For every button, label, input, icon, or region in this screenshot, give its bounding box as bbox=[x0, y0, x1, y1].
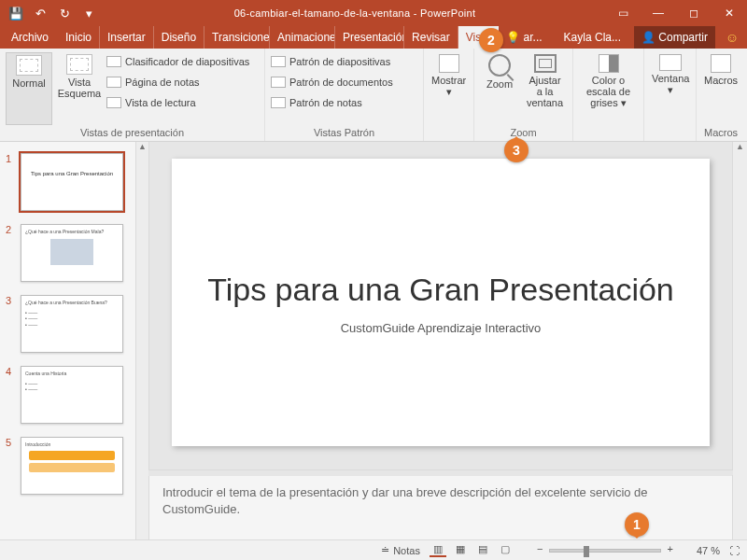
normal-view-icon[interactable]: ▥ bbox=[430, 544, 446, 557]
maximize-icon[interactable]: ◻ bbox=[676, 0, 712, 26]
callout-3: 3 bbox=[504, 138, 529, 162]
slide-master-button[interactable]: Patrón de diapositivas bbox=[271, 52, 393, 71]
tab-animations[interactable]: Animaciones bbox=[270, 26, 335, 49]
ribbon-tabs: Archivo Inicio Insertar Diseño Transicio… bbox=[0, 26, 747, 49]
window-icon bbox=[659, 54, 682, 71]
tab-design[interactable]: Diseño bbox=[154, 26, 204, 49]
slide-title: Tips para una Gran Presentación bbox=[207, 270, 674, 310]
callout-1: 1 bbox=[625, 512, 649, 537]
notes-page-icon bbox=[106, 77, 121, 88]
notes-toggle[interactable]: ≐ Notas bbox=[381, 544, 420, 556]
thumbnail-4[interactable]: Cuenta una Historia • ——• —— bbox=[21, 366, 123, 424]
tab-home[interactable]: Inicio bbox=[58, 26, 100, 49]
notes-master-button[interactable]: Patrón de notas bbox=[271, 93, 393, 112]
callout-2: 2 bbox=[479, 28, 503, 52]
tab-insert[interactable]: Insertar bbox=[100, 26, 154, 49]
handout-master-button[interactable]: Patrón de documentos bbox=[271, 73, 393, 91]
slide-area: Tips para una Gran Presentación CustomGu… bbox=[149, 142, 747, 539]
reading-view-button[interactable]: Vista de lectura bbox=[106, 93, 249, 112]
group-master-views: Vistas Patrón bbox=[271, 125, 417, 139]
slide-subtitle: CustomGuide Aprendizaje Interactivo bbox=[341, 321, 542, 335]
thumbnail-pane: 1 Tips para una Gran Presentación 2 ¿Qué… bbox=[0, 142, 149, 539]
zoom-slider[interactable] bbox=[549, 549, 661, 553]
notes-scrollbar[interactable] bbox=[732, 475, 747, 539]
show-icon bbox=[439, 54, 459, 73]
title-bar: 💾 ↶ ↻ ▾ 06-cambiar-el-tamano-de-la-venta… bbox=[0, 0, 747, 26]
slide-sorter-button[interactable]: Clasificador de diapositivas bbox=[106, 52, 249, 71]
fit-window-button[interactable]: Ajustar a la ventana bbox=[523, 52, 567, 125]
outline-icon bbox=[66, 54, 92, 75]
fit-icon bbox=[534, 54, 557, 73]
group-pres-views: Vistas de presentación bbox=[6, 125, 259, 139]
tab-review[interactable]: Revisar bbox=[404, 26, 458, 49]
workspace: 1 Tips para una Gran Presentación 2 ¿Qué… bbox=[0, 142, 747, 539]
chevron-down-icon: ▾ bbox=[621, 97, 627, 108]
normal-icon bbox=[16, 55, 42, 76]
outline-view-button[interactable]: Vista Esquema bbox=[56, 52, 103, 125]
tab-file[interactable]: Archivo bbox=[4, 26, 58, 49]
zoom-button[interactable]: Zoom bbox=[480, 52, 519, 125]
thumbnail-1[interactable]: Tips para una Gran Presentación bbox=[21, 153, 123, 211]
tab-slideshow[interactable]: Presentación bbox=[335, 26, 404, 49]
feedback-icon[interactable]: ☺ bbox=[721, 30, 743, 45]
sorter-view-icon[interactable]: ▦ bbox=[452, 544, 469, 557]
reading-icon bbox=[106, 97, 121, 108]
macros-icon bbox=[711, 54, 731, 73]
window-dropdown[interactable]: Ventana▾ bbox=[650, 52, 691, 136]
window-title: 06-cambiar-el-tamano-de-la-ventana - Pow… bbox=[105, 7, 605, 19]
handout-master-icon bbox=[271, 77, 286, 88]
normal-view-button[interactable]: Normal bbox=[6, 52, 52, 125]
group-zoom: Zoom bbox=[480, 125, 567, 139]
thumbnail-3[interactable]: ¿Qué hace a una Presentación Buena? • ——… bbox=[21, 295, 123, 353]
slide-master-icon bbox=[271, 56, 286, 67]
ribbon: Normal Vista Esquema Clasificador de dia… bbox=[0, 49, 747, 142]
thumbnail-2[interactable]: ¿Qué hace a una Presentación Mala? bbox=[21, 224, 123, 282]
color-icon bbox=[599, 54, 619, 73]
reading-view-icon[interactable]: ▤ bbox=[474, 544, 491, 557]
undo-icon[interactable]: ↶ bbox=[30, 3, 50, 23]
fit-window-icon[interactable]: ⛶ bbox=[729, 545, 740, 556]
chevron-down-icon: ▾ bbox=[446, 86, 452, 97]
thumbnail-5[interactable]: Introducción bbox=[21, 437, 123, 495]
tab-transitions[interactable]: Transiciones bbox=[204, 26, 270, 49]
close-icon[interactable]: ✕ bbox=[712, 0, 747, 26]
minimize-icon[interactable]: — bbox=[641, 0, 676, 26]
thumbnails-scrollbar[interactable]: ▲ bbox=[135, 142, 148, 539]
sorter-icon bbox=[106, 56, 121, 67]
share-button[interactable]: 👤 Compartir bbox=[634, 26, 715, 49]
show-dropdown[interactable]: Mostrar▾ bbox=[430, 52, 468, 136]
tell-me[interactable]: 💡 ar... bbox=[499, 26, 549, 49]
notes-master-icon bbox=[271, 97, 286, 108]
notes-page-button[interactable]: Página de notas bbox=[106, 73, 249, 91]
slideshow-view-icon[interactable]: ▢ bbox=[497, 544, 514, 557]
zoom-percent[interactable]: 47 % bbox=[697, 545, 720, 556]
zoom-icon bbox=[488, 54, 511, 77]
qat-more-icon[interactable]: ▾ bbox=[78, 3, 99, 23]
macros-button[interactable]: Macros bbox=[702, 52, 740, 125]
notes-icon: ≐ bbox=[381, 544, 389, 556]
color-grayscale-dropdown[interactable]: Color o escala de grises ▾ bbox=[579, 52, 638, 136]
group-macros: Macros bbox=[702, 125, 740, 139]
slide-canvas[interactable]: Tips para una Gran Presentación CustomGu… bbox=[172, 159, 710, 446]
ribbon-options-icon[interactable]: ▭ bbox=[605, 0, 641, 26]
share-icon: 👤 bbox=[641, 31, 655, 44]
redo-icon[interactable]: ↻ bbox=[54, 3, 75, 23]
lightbulb-icon: 💡 bbox=[506, 31, 520, 44]
user-name[interactable]: Kayla Cla... bbox=[557, 26, 628, 49]
chevron-down-icon: ▾ bbox=[668, 84, 673, 95]
save-icon[interactable]: 💾 bbox=[6, 3, 26, 23]
